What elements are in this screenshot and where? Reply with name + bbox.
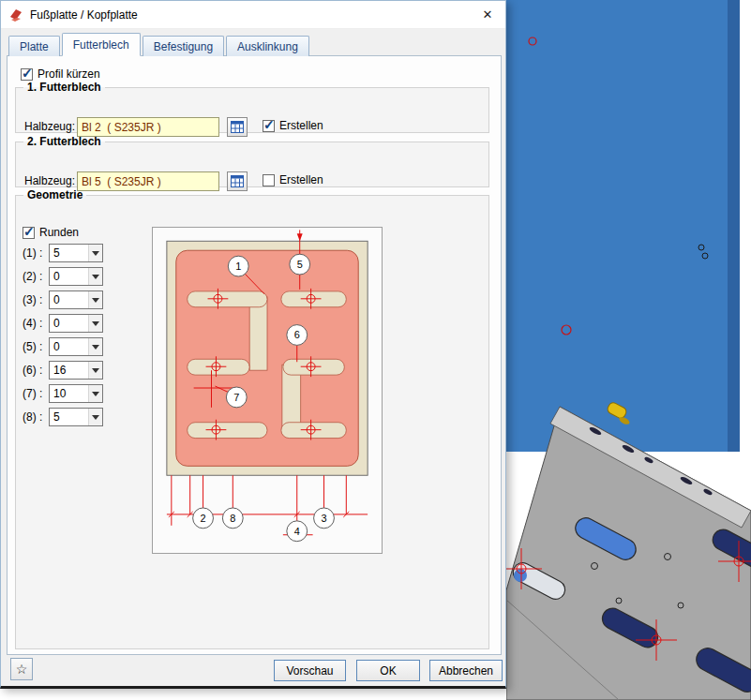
- combo-value: 0: [50, 315, 88, 332]
- svg-text:3: 3: [321, 513, 326, 524]
- halbzeug-label: Halbzeug:: [24, 120, 75, 133]
- svg-text:5: 5: [297, 259, 303, 270]
- halbzeug-input-1[interactable]: [77, 117, 219, 137]
- svg-text:8: 8: [230, 513, 235, 524]
- param-label-2: (2) :: [23, 270, 42, 283]
- titlebar[interactable]: Fußplatte / Kopfplatte ✕: [1, 1, 505, 29]
- tab-page-futterblech: Profil kürzen 1. Futterblech Halbzeug: E…: [7, 55, 502, 655]
- group-title: 1. Futterblech: [23, 81, 105, 94]
- group-title: 2. Futterblech: [23, 135, 105, 148]
- combo-value: 5: [50, 245, 88, 261]
- app-icon: [8, 7, 23, 22]
- group-geometrie: Geometrie Runden (1) : 5 (2) : 0 (3) : 0…: [15, 188, 489, 649]
- checkbox-box[interactable]: [263, 120, 275, 132]
- diagram-panel: 1 5 6 7 2 8 4 3: [152, 227, 383, 554]
- table-icon: [231, 175, 244, 187]
- param-label-5: (5) :: [23, 340, 42, 353]
- combo-value: 16: [50, 362, 88, 379]
- halbzeug-label: Halbzeug:: [24, 174, 75, 187]
- dimension-arrow: [297, 233, 303, 241]
- dialog-fussplatte-kopfplatte: Fußplatte / Kopfplatte ✕ Platte Futterbl…: [0, 0, 506, 689]
- window-title: Fußplatte / Kopfplatte: [30, 8, 138, 22]
- favorites-button[interactable]: ☆: [10, 658, 33, 680]
- tab-futterblech[interactable]: Futterblech: [62, 33, 141, 56]
- combo-value: 0: [50, 338, 88, 355]
- tab-platte[interactable]: Platte: [8, 36, 60, 56]
- chevron-down-icon[interactable]: [88, 268, 102, 285]
- svg-text:4: 4: [294, 526, 300, 537]
- chevron-down-icon[interactable]: [88, 409, 102, 425]
- tab-bar: Platte Futterblech Befestigung Ausklinku…: [8, 33, 498, 56]
- param-combo-6[interactable]: 16: [49, 361, 103, 380]
- slot-highlight: [514, 569, 527, 582]
- table-icon: [231, 121, 244, 133]
- checkbox-profil-kuerzen[interactable]: Profil kürzen: [21, 67, 100, 81]
- blue-plate-face: [506, 0, 740, 452]
- ok-button[interactable]: OK: [356, 660, 420, 681]
- param-label-1: (1) :: [23, 246, 42, 260]
- star-icon: ☆: [16, 662, 28, 677]
- combo-value: 0: [50, 291, 88, 308]
- blue-plate-edge: [728, 0, 740, 452]
- param-combo-4[interactable]: 0: [49, 314, 103, 333]
- abbrechen-button[interactable]: Abbrechen: [429, 660, 503, 681]
- param-combo-7[interactable]: 10: [49, 384, 103, 403]
- chevron-down-icon[interactable]: [88, 245, 102, 261]
- svg-text:2: 2: [201, 513, 206, 524]
- combo-value: 0: [50, 268, 88, 285]
- tab-befestigung[interactable]: Befestigung: [143, 36, 224, 56]
- param-label-3: (3) :: [23, 293, 42, 306]
- param-combo-3[interactable]: 0: [49, 290, 103, 309]
- param-combo-2[interactable]: 0: [49, 267, 103, 286]
- param-label-4: (4) :: [23, 317, 42, 330]
- svg-text:7: 7: [233, 392, 239, 403]
- tab-ausklinkung[interactable]: Ausklinkung: [226, 36, 309, 56]
- svg-text:1: 1: [235, 261, 241, 272]
- combo-value: 10: [50, 385, 88, 402]
- futterblech-preview-drawing: 1 5 6 7 2 8 4 3: [153, 228, 382, 553]
- checkbox-box[interactable]: [263, 174, 275, 186]
- checkbox-box[interactable]: [21, 68, 33, 81]
- param-label-7: (7) :: [23, 387, 42, 400]
- checkbox-label: Runden: [39, 226, 79, 239]
- param-combo-8[interactable]: 5: [49, 408, 103, 426]
- checkbox-label: Erstellen: [279, 119, 323, 132]
- close-icon[interactable]: ✕: [479, 7, 496, 23]
- chevron-down-icon[interactable]: [88, 315, 102, 332]
- combo-value: 5: [50, 409, 88, 425]
- chevron-down-icon[interactable]: [88, 385, 102, 402]
- group-title: Geometrie: [23, 188, 86, 201]
- param-label-6: (6) :: [23, 364, 42, 377]
- checkbox-label: Profil kürzen: [38, 67, 100, 81]
- checkbox-label: Erstellen: [279, 173, 323, 186]
- group-futterblech-2: 2. Futterblech Halbzeug: Erstellen: [15, 135, 489, 187]
- cad-viewport[interactable]: [506, 0, 751, 700]
- checkbox-box[interactable]: [23, 227, 35, 239]
- catalog-button-1[interactable]: [227, 117, 248, 137]
- chevron-down-icon[interactable]: [88, 291, 102, 308]
- checkbox-runden[interactable]: Runden: [23, 226, 79, 239]
- group-futterblech-1: 1. Futterblech Halbzeug: Erstellen: [15, 81, 489, 133]
- checkbox-erstellen-2[interactable]: Erstellen: [263, 173, 323, 186]
- checkbox-erstellen-1[interactable]: Erstellen: [263, 119, 323, 132]
- param-combo-1[interactable]: 5: [49, 244, 103, 262]
- param-combo-5[interactable]: 0: [49, 337, 103, 356]
- svg-text:6: 6: [294, 329, 300, 340]
- vorschau-button[interactable]: Vorschau: [274, 660, 346, 681]
- chevron-down-icon[interactable]: [88, 338, 102, 355]
- chevron-down-icon[interactable]: [88, 362, 102, 379]
- param-label-8: (8) :: [23, 410, 42, 424]
